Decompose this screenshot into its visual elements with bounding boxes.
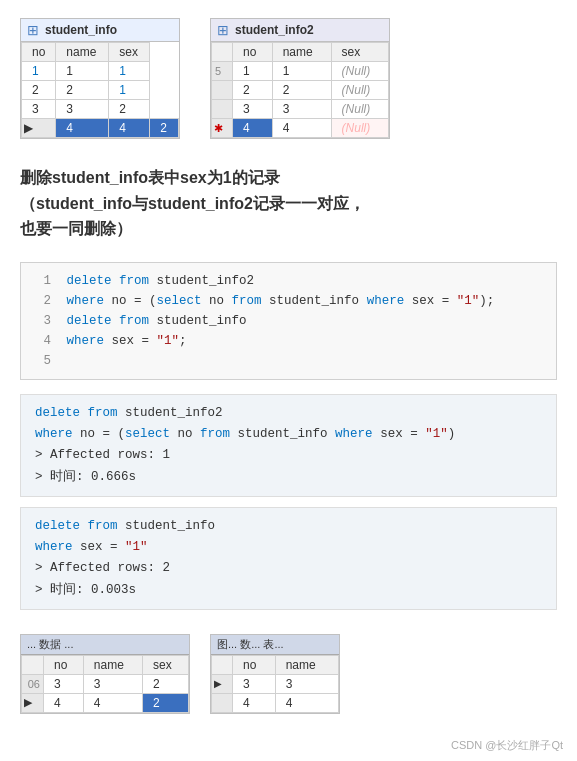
- description-section: 删除student_info表中sex为1的记录 （student_info与s…: [0, 149, 577, 252]
- bottom-table1: ... 数据 ... no name sex 06 3 3 2 ▶: [20, 634, 190, 714]
- result1-line1: delete from student_info2: [35, 403, 542, 424]
- table-row: 1 1 1: [22, 62, 179, 81]
- cell: 3: [233, 100, 273, 119]
- table2-col-name: name: [272, 43, 331, 62]
- table-row: 4 4: [212, 693, 339, 712]
- code-line-1: 1 delete from student_info2: [31, 271, 546, 291]
- row-marker: 5: [212, 62, 233, 81]
- cell: 4: [83, 693, 142, 712]
- cell: 1: [109, 62, 150, 81]
- cell: 2: [109, 100, 150, 119]
- bt1-col-no: no: [44, 655, 84, 674]
- row-marker: [212, 693, 233, 712]
- cell: 1: [109, 81, 150, 100]
- bt2-col-no: no: [233, 655, 276, 674]
- cell-null: (Null): [331, 119, 388, 138]
- cell: 1: [233, 62, 273, 81]
- bottom-table2-partial-header: 图... 数... 表...: [211, 635, 339, 655]
- cell-highlight: 2: [142, 693, 188, 712]
- cell: 1: [22, 62, 56, 81]
- table2-title: student_info2: [235, 23, 314, 37]
- table-row: 3 3 2: [22, 100, 179, 119]
- table-row-star: ✱ 4 4 (Null): [212, 119, 389, 138]
- cell: 2: [150, 119, 179, 138]
- code-line-3: 3 delete from student_info: [31, 311, 546, 331]
- line-num: 4: [31, 331, 51, 351]
- bottom-section: ... 数据 ... no name sex 06 3 3 2 ▶: [0, 624, 577, 714]
- table1-header: ⊞ student_info: [21, 19, 179, 42]
- cell: 4: [56, 119, 109, 138]
- bt1-col-sex: sex: [142, 655, 188, 674]
- table-row: 06 3 3 2: [22, 674, 189, 693]
- table1-data: no name sex 1 1 1 2 2 1 3 3: [21, 42, 179, 138]
- bottom-table1-data: no name sex 06 3 3 2 ▶ 4 4 2: [21, 655, 189, 713]
- bt2-col-name: name: [275, 655, 338, 674]
- watermark: CSDN @长沙红胖子Qt: [451, 738, 563, 753]
- table-row-selected: ▶ 4 4 2: [22, 119, 179, 138]
- result2-line1: delete from student_info: [35, 516, 542, 537]
- code-block: 1 delete from student_info2 2 where no =…: [21, 263, 556, 379]
- table1-title: student_info: [45, 23, 117, 37]
- bt1-col-name: name: [83, 655, 142, 674]
- row-marker: ✱: [212, 119, 233, 138]
- table1-col-no: no: [22, 43, 56, 62]
- cell: 2: [272, 81, 331, 100]
- result-section-1: delete from student_info2 where no = (se…: [20, 394, 557, 497]
- cell: 3: [275, 674, 338, 693]
- result2-line2: where sex = "1": [35, 537, 542, 558]
- cell: 2: [142, 674, 188, 693]
- cell: 4: [272, 119, 331, 138]
- cell: 3: [233, 674, 276, 693]
- table2-header: ⊞ student_info2: [211, 19, 389, 42]
- student-info-table: ⊞ student_info no name sex 1 1 1 2 2: [20, 18, 180, 139]
- result1-time: > 时间: 0.666s: [35, 467, 542, 488]
- bottom-table2-data: no name ▶ 3 3 4 4: [211, 655, 339, 713]
- table2-icon: ⊞: [217, 22, 229, 38]
- row-marker: ▶: [22, 693, 44, 712]
- cell: 4: [109, 119, 150, 138]
- bt2-marker-col: [212, 655, 233, 674]
- table-row: ▶ 3 3: [212, 674, 339, 693]
- line-num: 3: [31, 311, 51, 331]
- student-info2-table: ⊞ student_info2 no name sex 5 1 1 (Null): [210, 18, 390, 139]
- cell: 3: [56, 100, 109, 119]
- code-line-4: 4 where sex = "1";: [31, 331, 546, 351]
- table2-col-no: no: [233, 43, 273, 62]
- desc-line2: （student_info与student_info2记录一一对应，: [20, 191, 557, 217]
- result2-affected: > Affected rows: 2: [35, 558, 542, 579]
- table-row-selected: ▶ 4 4 2: [22, 693, 189, 712]
- top-tables-section: ⊞ student_info no name sex 1 1 1 2 2: [0, 0, 577, 149]
- bt1-rownum-col: [22, 655, 44, 674]
- cell-null: (Null): [331, 100, 388, 119]
- cell: 3: [44, 674, 84, 693]
- table1-col-sex: sex: [109, 43, 150, 62]
- cell-null: (Null): [331, 62, 388, 81]
- code-line-2: 2 where no = (select no from student_inf…: [31, 291, 546, 311]
- cell: 3: [272, 100, 331, 119]
- bottom-table2: 图... 数... 表... no name ▶ 3 3 4 4: [210, 634, 340, 714]
- row-marker: ▶: [212, 674, 233, 693]
- result1-line2: where no = (select no from student_info …: [35, 424, 542, 445]
- cell-null: (Null): [331, 81, 388, 100]
- code-line-5: 5: [31, 351, 546, 371]
- line-num: 5: [31, 351, 51, 371]
- desc-line1: 删除student_info表中sex为1的记录: [20, 165, 557, 191]
- desc-line3: 也要一同删除）: [20, 216, 557, 242]
- result2-time: > 时间: 0.003s: [35, 580, 542, 601]
- cell: 2: [56, 81, 109, 100]
- table-row: 2 2 1: [22, 81, 179, 100]
- table1-icon: ⊞: [27, 22, 39, 38]
- cell: 4: [44, 693, 84, 712]
- line-num: 2: [31, 291, 51, 311]
- t2-marker-col: [212, 43, 233, 62]
- code-section: 1 delete from student_info2 2 where no =…: [20, 262, 557, 380]
- table-row: 5 1 1 (Null): [212, 62, 389, 81]
- bottom-table1-partial-header: ... 数据 ...: [21, 635, 189, 655]
- cell: 4: [233, 693, 276, 712]
- line-num: 1: [31, 271, 51, 291]
- row-marker: [212, 81, 233, 100]
- table-row: 3 3 (Null): [212, 100, 389, 119]
- table1-col-name: name: [56, 43, 109, 62]
- cell: 4: [275, 693, 338, 712]
- row-marker: [212, 100, 233, 119]
